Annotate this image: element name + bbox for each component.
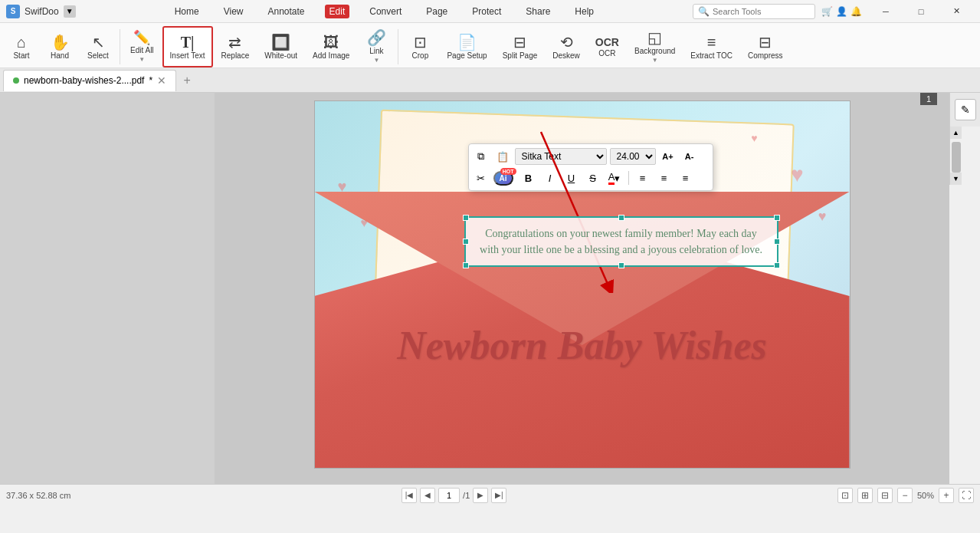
background-icon: ◱ (647, 30, 662, 45)
dropdown-btn[interactable]: ▼ (64, 5, 76, 18)
edit-all-label: Edit All (130, 46, 154, 54)
menu-page[interactable]: Page (421, 5, 452, 18)
page-setup-icon: 📄 (457, 35, 477, 50)
toolbar-hand[interactable]: ✋ Hand (41, 26, 78, 67)
handle-tr[interactable] (774, 215, 780, 221)
text-format-toolbar[interactable]: ⧉ 📋 Sitka Text 24.00 A+ A- ✂ Ai (468, 143, 713, 191)
handle-tl[interactable] (463, 215, 469, 221)
zoom-in-button[interactable]: + (939, 488, 954, 503)
toolbar-insert-text[interactable]: T| Insert Text (162, 26, 213, 67)
title-bar-left: S SwifDoo ▼ (6, 5, 76, 18)
font-increase-button[interactable]: A+ (659, 147, 677, 166)
crop-label: Crop (412, 51, 429, 60)
toolbar-crop[interactable]: ⊡ Crop (402, 26, 438, 67)
link-icon: 🔗 (367, 30, 386, 45)
toolbar-white-out[interactable]: 🔲 White-out (257, 26, 304, 67)
strikethrough-button[interactable]: S (584, 169, 602, 187)
scroll-thumb[interactable] (952, 142, 961, 173)
handle-br[interactable] (774, 262, 780, 268)
ai-button-container: Ai HOT (493, 171, 513, 186)
align-left-button[interactable]: ≡ (634, 169, 652, 187)
user-icon[interactable]: 👤 (836, 6, 847, 17)
handle-tm[interactable] (618, 215, 624, 221)
toolbar-page-setup[interactable]: 📄 Page Setup (440, 26, 493, 67)
paste-button[interactable]: 📋 (493, 147, 512, 166)
menu-annotate[interactable]: Annotate (263, 5, 309, 18)
handle-bl[interactable] (463, 262, 469, 268)
search-box[interactable]: 🔍 (693, 4, 815, 19)
toolbar-items: ⌂ Start ✋ Hand ↖ Select ✏️ Edit All ▼ T|… (0, 23, 980, 67)
toolbar-extract-toc[interactable]: ≡ Extract TOC (683, 26, 739, 67)
toolbar-add-image[interactable]: 🖼 Add Image (306, 26, 356, 67)
menu-help[interactable]: Help (570, 5, 598, 18)
toolbar-deskew[interactable]: ⟲ Deskew (546, 26, 587, 67)
handle-mr[interactable] (774, 239, 780, 245)
handle-bm[interactable] (618, 262, 624, 268)
deskew-label: Deskew (552, 51, 580, 60)
toolbar-ocr[interactable]: OCR OCR (588, 26, 626, 67)
vertical-scrollbar[interactable]: ▲ ▼ (949, 127, 962, 185)
fullscreen-button[interactable]: ⛶ (959, 488, 974, 503)
status-right: ⊡ ⊞ ⊟ − 50% + ⛶ (837, 488, 974, 503)
handle-ml[interactable] (463, 239, 469, 245)
selected-text-box[interactable]: Congratulations on your newest family me… (464, 216, 778, 267)
font-family-select[interactable]: Sitka Text (515, 148, 607, 165)
toolbar-link[interactable]: 🔗 Link ▼ (358, 26, 395, 67)
insert-text-icon: T| (181, 35, 195, 50)
cart-icon[interactable]: 🛒 (821, 6, 833, 17)
font-color-button[interactable]: A▾ (605, 169, 624, 187)
align-right-button[interactable]: ≡ (677, 169, 695, 187)
thumbnail-panel (0, 93, 215, 484)
document-tab[interactable]: newborn-baby-wishes-2....pdf * ✕ (3, 70, 176, 91)
heart-right: ♥ (791, 163, 804, 187)
next-page-button[interactable]: ▶ (473, 488, 488, 503)
minimize-button[interactable]: ─ (868, 0, 903, 23)
edit-tool-button[interactable]: ✎ (955, 99, 976, 120)
hot-badge: HOT (500, 168, 516, 175)
ai-button[interactable]: Ai HOT (493, 171, 513, 186)
first-page-button[interactable]: |◀ (402, 488, 417, 503)
status-center: |◀ ◀ /1 ▶ ▶| (402, 488, 506, 503)
fit-page-button[interactable]: ⊞ (857, 488, 873, 503)
toolbar-compress[interactable]: ⊟ Compress (741, 26, 790, 67)
font-size-select[interactable]: 24.00 (610, 148, 656, 165)
scroll-down-button[interactable]: ▼ (950, 173, 962, 185)
page-number-badge: 1 (920, 93, 937, 105)
copy-button[interactable]: ⧉ (472, 147, 490, 166)
last-page-button[interactable]: ▶| (491, 488, 506, 503)
toolbar-start[interactable]: ⌂ Start (3, 26, 40, 67)
align-center-button[interactable]: ≡ (655, 169, 674, 187)
bold-button[interactable]: B (519, 169, 538, 187)
toolbar-background[interactable]: ◱ Background ▼ (628, 26, 682, 67)
italic-button[interactable]: I (541, 169, 559, 187)
close-button[interactable]: ✕ (939, 0, 974, 23)
menu-home[interactable]: Home (170, 5, 204, 18)
actual-size-button[interactable]: ⊟ (877, 488, 893, 503)
menu-share[interactable]: Share (521, 5, 555, 18)
tab-close-button[interactable]: ✕ (157, 74, 166, 87)
toolbar-split-page[interactable]: ⊟ Split Page (496, 26, 545, 67)
zoom-out-button[interactable]: − (897, 488, 913, 503)
toolbar-select[interactable]: ↖ Select (80, 26, 116, 67)
fit-width-button[interactable]: ⊡ (837, 488, 853, 503)
new-tab-button[interactable]: + (176, 70, 198, 91)
scroll-up-button[interactable]: ▲ (950, 127, 962, 139)
font-decrease-button[interactable]: A- (680, 147, 699, 166)
maximize-button[interactable]: □ (903, 0, 939, 23)
menu-convert[interactable]: Convert (365, 5, 406, 18)
menu-protect[interactable]: Protect (467, 5, 506, 18)
bell-icon[interactable]: 🔔 (851, 6, 862, 17)
heart-right-3: ♥ (751, 132, 757, 144)
menu-view[interactable]: View (219, 5, 248, 18)
heart-right-2: ♥ (818, 209, 827, 225)
underline-button[interactable]: U (562, 169, 581, 187)
search-input[interactable] (713, 7, 805, 16)
toolbar-edit-all[interactable]: ✏️ Edit All ▼ (123, 26, 161, 67)
pdf-content-area[interactable]: 1 ♥ ♥ ♥ ♥ ♥ ♥ Newborn Baby Wishes ⧉ 📋 (215, 93, 949, 484)
cut-button[interactable]: ✂ (472, 169, 490, 187)
page-input[interactable] (438, 488, 460, 503)
toolbar-replace[interactable]: ⇄ Replace (215, 26, 257, 67)
menu-edit[interactable]: Edit (325, 5, 350, 18)
format-row-2: ✂ Ai HOT B I U S A▾ ≡ (472, 169, 710, 187)
prev-page-button[interactable]: ◀ (420, 488, 435, 503)
